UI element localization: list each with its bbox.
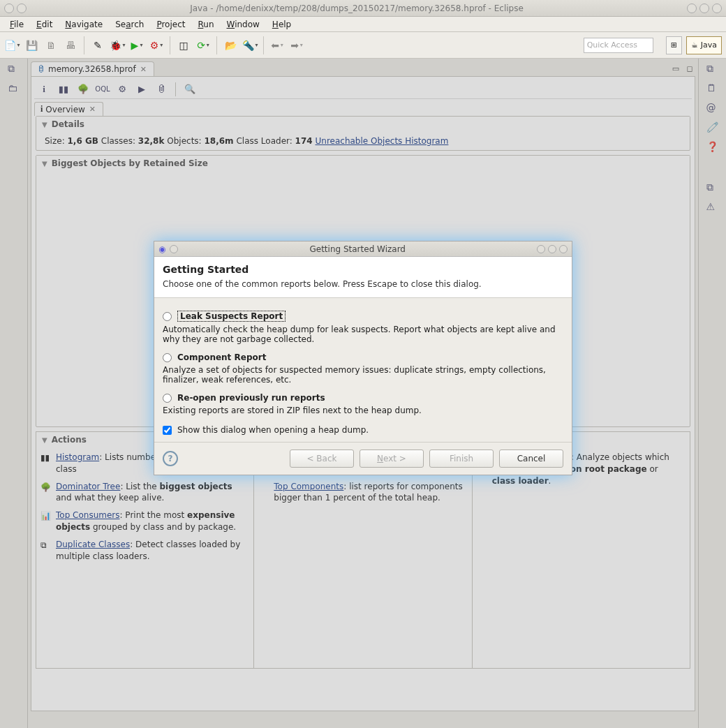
window-shade-icon[interactable] xyxy=(17,3,27,13)
right-view-stack: ⧉ 🗒 @ 🧷 ❓ ⧉ ⚠ xyxy=(698,59,726,728)
problems-icon[interactable]: ⚠ xyxy=(706,201,719,214)
menu-edit[interactable]: Edit xyxy=(31,18,58,31)
editor-tabs: 🛢 memory.32658.hprof ✕ ▭ ◻ xyxy=(31,61,695,76)
save-all-button[interactable]: 🗎 xyxy=(43,38,59,53)
section-biggest-header[interactable]: ▼ Biggest Objects by Retained Size xyxy=(36,156,690,171)
dominator-tree-link[interactable]: Dominator Tree xyxy=(56,482,120,491)
save-button[interactable]: 💾 xyxy=(24,38,39,53)
menu-search[interactable]: Search xyxy=(110,18,149,31)
subtab-overview[interactable]: i Overview ✕ xyxy=(34,102,103,116)
at-icon[interactable]: @ xyxy=(706,102,719,114)
menu-window[interactable]: Window xyxy=(221,18,265,31)
debug-button[interactable]: 🐞 xyxy=(110,38,125,53)
radio-input[interactable] xyxy=(163,353,172,362)
show-dialog-checkbox-row[interactable]: Show this dialog when opening a heap dum… xyxy=(163,425,563,435)
open-type-button[interactable]: 📂 xyxy=(223,38,238,53)
menu-help[interactable]: Help xyxy=(267,18,297,31)
section-details: ▼ Details Size: 1,6 GB Classes: 32,8k Ob… xyxy=(36,116,690,151)
external-button[interactable]: ⚙ xyxy=(149,38,164,53)
help-icon[interactable]: ❓ xyxy=(706,141,719,154)
java-perspective-button[interactable]: ☕ Java xyxy=(686,36,722,54)
new-button[interactable]: 📄 xyxy=(4,38,20,53)
maximize-icon[interactable] xyxy=(699,3,709,13)
close-tab-icon[interactable]: ✕ xyxy=(139,65,148,74)
search-button-tb[interactable]: 🔦 xyxy=(242,38,258,53)
minimize-view-icon[interactable]: ▭ xyxy=(670,64,681,75)
maximize-view-icon[interactable]: ◻ xyxy=(684,64,695,75)
nav-back-button[interactable]: ⬅ xyxy=(269,38,285,53)
find-icon[interactable]: 🔍 xyxy=(183,82,197,96)
minimize-icon[interactable] xyxy=(687,3,697,13)
radio-label: Leak Suspects Report xyxy=(177,311,286,322)
dialog-min-icon[interactable] xyxy=(537,245,545,253)
open-perspective-button[interactable]: ⊞ xyxy=(666,36,682,54)
radio-input[interactable] xyxy=(163,394,172,403)
duplicate-icon: ⧉ xyxy=(40,540,52,551)
query-icon[interactable]: 🛢 xyxy=(154,82,168,96)
quick-access-input[interactable]: Quick Access xyxy=(584,38,653,53)
unreachable-histogram-link[interactable]: Unreachable Objects Histogram xyxy=(316,136,449,146)
menu-navigate[interactable]: Navigate xyxy=(59,18,108,31)
eclipse-icon: ◉ xyxy=(158,244,165,254)
new-package-button[interactable]: ◫ xyxy=(176,38,191,53)
editor-tab-hprof[interactable]: 🛢 memory.32658.hprof ✕ xyxy=(31,61,154,76)
new-class-button[interactable]: ⟳ xyxy=(195,38,211,53)
dialog-close-icon[interactable] xyxy=(559,245,568,253)
menubar: File Edit Navigate Search Project Run Wi… xyxy=(0,17,726,32)
histogram-icon: ▮▮ xyxy=(40,452,52,464)
dialog-heading: Getting Started xyxy=(163,264,563,275)
print-button[interactable]: 🖶 xyxy=(63,38,78,53)
menu-run[interactable]: Run xyxy=(192,18,219,31)
opt3-desc: Existing reports are stored in ZIP files… xyxy=(163,406,563,415)
package-explorer-icon[interactable]: 🗀 xyxy=(8,82,20,95)
restore-view3-icon[interactable]: ⧉ xyxy=(706,181,719,194)
info-icon: i xyxy=(40,104,43,114)
help-icon[interactable]: ? xyxy=(163,451,178,466)
finish-button[interactable]: Finish xyxy=(429,450,494,468)
dialog-max-icon[interactable] xyxy=(548,245,556,253)
menu-project[interactable]: Project xyxy=(151,18,191,31)
dominator-icon[interactable]: 🌳 xyxy=(76,82,90,96)
radio-component-report[interactable]: Component Report xyxy=(163,352,563,362)
section-details-title: Details xyxy=(52,119,84,129)
classes-label: Classes: xyxy=(101,136,135,146)
top-components-link[interactable]: Top Components xyxy=(274,482,343,491)
restore-view-icon[interactable]: ⧉ xyxy=(8,63,20,75)
run-report-icon[interactable]: ▶ xyxy=(135,82,149,96)
run-button[interactable]: ▶ xyxy=(129,38,145,53)
nav-fwd-button[interactable]: ➡ xyxy=(289,38,304,53)
twistie-icon: ▼ xyxy=(42,160,47,168)
restore-view2-icon[interactable]: ⧉ xyxy=(706,63,719,75)
opt1-desc: Automatically check the heap dump for le… xyxy=(163,325,563,344)
dialog-titlebar[interactable]: ◉ Getting Started Wizard xyxy=(154,242,572,257)
dialog-shade-icon[interactable] xyxy=(170,245,178,253)
radio-input[interactable] xyxy=(163,312,172,321)
java-perspective-label: Java xyxy=(701,40,717,50)
menu-file[interactable]: File xyxy=(4,18,29,31)
thread-icon[interactable]: ⚙ xyxy=(115,82,129,96)
show-dialog-label: Show this dialog when opening a heap dum… xyxy=(177,425,369,435)
window-menu-icon[interactable] xyxy=(4,3,14,13)
cancel-button[interactable]: Cancel xyxy=(499,450,563,468)
top-consumers-link[interactable]: Top Consumers xyxy=(56,510,120,520)
objects-value: 18,6m xyxy=(205,136,234,146)
oql-icon[interactable]: OQL xyxy=(96,82,110,96)
close-subtab-icon[interactable]: ✕ xyxy=(88,105,97,114)
duplicate-classes-link[interactable]: Duplicate Classes xyxy=(56,540,130,549)
close-icon[interactable] xyxy=(712,3,722,13)
histogram-link[interactable]: Histogram xyxy=(56,452,99,462)
section-details-header[interactable]: ▼ Details xyxy=(36,117,690,132)
overview-icon[interactable]: i xyxy=(37,82,51,96)
histogram-icon[interactable]: ▮▮ xyxy=(57,82,71,96)
outline-icon[interactable]: 🧷 xyxy=(706,121,719,134)
radio-reopen-reports[interactable]: Re-open previously run reports xyxy=(163,393,563,403)
task-list-icon[interactable]: 🗒 xyxy=(706,82,719,95)
show-dialog-checkbox[interactable] xyxy=(163,426,172,435)
radio-label: Component Report xyxy=(177,352,266,362)
hprof-file-icon: 🛢 xyxy=(37,64,45,74)
radio-leak-suspects[interactable]: Leak Suspects Report xyxy=(163,311,563,322)
next-button[interactable]: Next > xyxy=(360,450,424,468)
back-button[interactable]: < Back xyxy=(290,450,354,468)
wand-button[interactable]: ✎ xyxy=(90,38,105,53)
dialog-footer: ? < Back Next > Finish Cancel xyxy=(154,442,572,475)
